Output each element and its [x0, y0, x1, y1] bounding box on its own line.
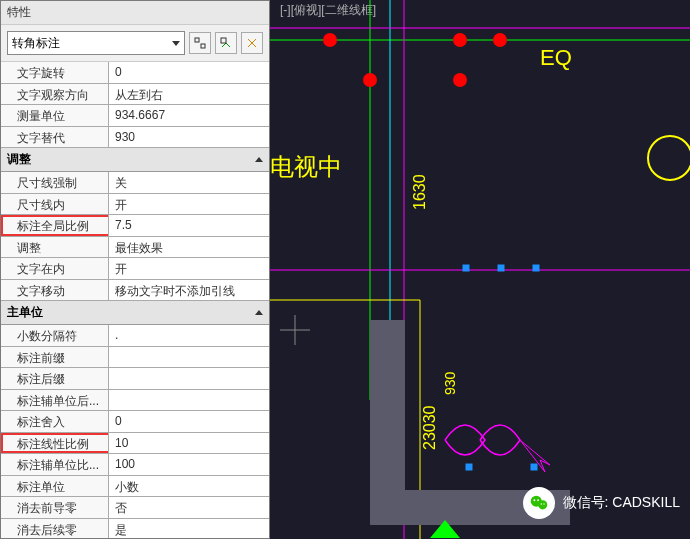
property-value[interactable]: 0	[109, 411, 269, 432]
property-label: 标注单位	[1, 476, 109, 497]
section-primary[interactable]: 主单位	[1, 301, 269, 325]
property-label: 文字替代	[1, 127, 109, 148]
property-label: 调整	[1, 237, 109, 258]
property-label: 标注辅单位后...	[1, 390, 109, 411]
property-label: 测量单位	[1, 105, 109, 126]
collapse-icon	[255, 157, 263, 162]
property-value[interactable]: 开	[109, 258, 269, 279]
quick-select-button[interactable]	[215, 32, 237, 54]
property-row: 标注全局比例7.5	[1, 215, 269, 237]
property-list: 文字旋转0文字观察方向从左到右测量单位934.6667文字替代930 调整 尺寸…	[1, 62, 269, 538]
property-value[interactable]: 开	[109, 194, 269, 215]
property-row: 标注辅单位比...100	[1, 454, 269, 476]
property-row: 测量单位934.6667	[1, 105, 269, 127]
property-value[interactable]: 从左到右	[109, 84, 269, 105]
collapse-icon	[255, 310, 263, 315]
property-value[interactable]: 0	[109, 62, 269, 83]
property-row: 标注单位小数	[1, 476, 269, 498]
svg-rect-25	[466, 464, 472, 470]
property-label: 消去前导零	[1, 497, 109, 518]
drawing-viewport[interactable]: [-][俯视][二维线框] EQ 电视中 1630 23030 930	[270, 0, 690, 539]
property-row: 小数分隔符.	[1, 325, 269, 347]
property-value[interactable]: 100	[109, 454, 269, 475]
property-label: 标注辅单位比...	[1, 454, 109, 475]
svg-rect-24	[533, 265, 539, 271]
property-value[interactable]: 10	[109, 433, 269, 454]
property-row: 标注线性比例10	[1, 433, 269, 455]
property-value[interactable]: 是	[109, 519, 269, 539]
svg-text:电视中: 电视中	[270, 153, 342, 180]
properties-panel: 特性 转角标注 文字旋转0文字观察方向从左到右测量单位934.6667文字替代9…	[0, 0, 270, 539]
property-row: 标注后缀	[1, 368, 269, 390]
svg-point-16	[648, 136, 690, 180]
property-value[interactable]: 最佳效果	[109, 237, 269, 258]
property-label: 尺寸线强制	[1, 172, 109, 193]
property-label: 文字旋转	[1, 62, 109, 83]
property-row: 标注舍入0	[1, 411, 269, 433]
property-value[interactable]: 7.5	[109, 215, 269, 236]
svg-point-32	[533, 499, 535, 501]
svg-rect-26	[531, 464, 537, 470]
property-row: 文字旋转0	[1, 62, 269, 84]
svg-rect-0	[195, 38, 199, 42]
property-label: 标注前缀	[1, 347, 109, 368]
panel-title: 特性	[1, 1, 269, 25]
property-value[interactable]: 小数	[109, 476, 269, 497]
wechat-label: 微信号: CADSKILL	[563, 494, 680, 512]
chevron-down-icon	[172, 41, 180, 46]
property-row: 消去后续零是	[1, 519, 269, 539]
drawing-canvas: EQ 电视中 1630 23030 930	[270, 0, 690, 539]
property-value[interactable]: 移动文字时不添加引线	[109, 280, 269, 301]
svg-point-33	[537, 499, 539, 501]
property-value[interactable]: 否	[109, 497, 269, 518]
property-value[interactable]: 930	[109, 127, 269, 148]
svg-point-11	[323, 33, 337, 47]
property-row: 调整最佳效果	[1, 237, 269, 259]
property-value[interactable]: .	[109, 325, 269, 346]
svg-rect-23	[498, 265, 504, 271]
property-label: 文字移动	[1, 280, 109, 301]
property-label: 标注线性比例	[1, 433, 109, 454]
svg-point-15	[453, 73, 467, 87]
property-label: 标注舍入	[1, 411, 109, 432]
object-type-row: 转角标注	[1, 25, 269, 62]
svg-point-34	[540, 503, 541, 504]
dropdown-value: 转角标注	[12, 35, 60, 52]
svg-text:EQ: EQ	[540, 45, 572, 70]
property-label: 文字在内	[1, 258, 109, 279]
svg-text:930: 930	[442, 371, 458, 395]
property-row: 尺寸线内开	[1, 194, 269, 216]
select-objects-button[interactable]	[189, 32, 211, 54]
svg-point-31	[538, 500, 547, 509]
property-label: 标注后缀	[1, 368, 109, 389]
property-row: 标注辅单位后...	[1, 390, 269, 412]
property-value[interactable]	[109, 368, 269, 389]
svg-text:23030: 23030	[421, 405, 438, 450]
property-value[interactable]: 关	[109, 172, 269, 193]
property-value[interactable]	[109, 390, 269, 411]
svg-point-12	[453, 33, 467, 47]
svg-rect-1	[201, 44, 205, 48]
toggle-pickadd-button[interactable]	[241, 32, 263, 54]
section-adjust[interactable]: 调整	[1, 148, 269, 172]
svg-text:1630: 1630	[411, 174, 428, 210]
svg-rect-2	[221, 38, 226, 43]
property-label: 标注全局比例	[1, 215, 109, 236]
property-value[interactable]: 934.6667	[109, 105, 269, 126]
property-label: 小数分隔符	[1, 325, 109, 346]
property-row: 消去前导零否	[1, 497, 269, 519]
object-type-dropdown[interactable]: 转角标注	[7, 31, 185, 55]
property-value[interactable]	[109, 347, 269, 368]
wechat-icon	[523, 487, 555, 519]
property-row: 文字替代930	[1, 127, 269, 149]
svg-point-13	[493, 33, 507, 47]
property-label: 消去后续零	[1, 519, 109, 539]
svg-point-14	[363, 73, 377, 87]
property-label: 尺寸线内	[1, 194, 109, 215]
property-row: 文字观察方向从左到右	[1, 84, 269, 106]
svg-point-35	[543, 503, 544, 504]
property-row: 文字在内开	[1, 258, 269, 280]
property-row: 文字移动移动文字时不添加引线	[1, 280, 269, 302]
property-row: 标注前缀	[1, 347, 269, 369]
svg-rect-22	[463, 265, 469, 271]
